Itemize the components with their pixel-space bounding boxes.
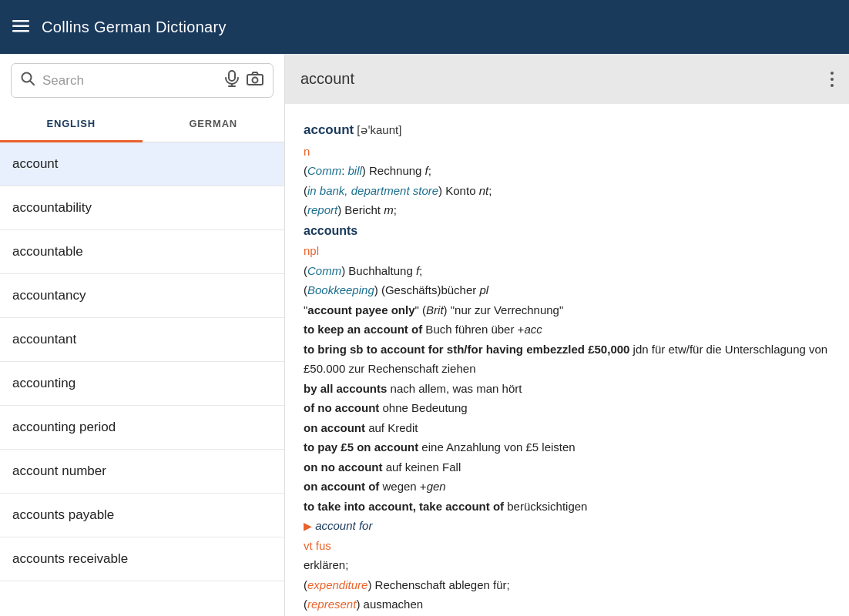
sidebar: ENGLISH GERMAN account accountability ac… xyxy=(0,54,285,616)
search-input[interactable] xyxy=(42,73,217,89)
app-header: Collins German Dictionary xyxy=(0,0,849,54)
phrase-pay-on-account: to pay £5 on account xyxy=(304,440,418,454)
list-item[interactable]: accounts receivable xyxy=(0,537,284,581)
svg-rect-5 xyxy=(229,71,235,81)
account-payee-phrase: account payee only xyxy=(307,303,414,316)
svg-rect-1 xyxy=(12,25,29,28)
list-item[interactable]: accountancy xyxy=(0,274,284,318)
represent-link[interactable]: represent xyxy=(307,598,356,611)
phrase-by-all-accounts: by all accounts xyxy=(304,382,387,395)
entry-headword: account xyxy=(304,122,354,137)
more-options-icon[interactable] xyxy=(831,72,834,87)
phrase-on-account-of: on account of xyxy=(304,480,379,493)
entry-pronunciation: [əˈkaunt] xyxy=(357,123,401,136)
comm-link[interactable]: Comm xyxy=(307,164,341,177)
tab-german[interactable]: GERMAN xyxy=(143,107,285,142)
phrase-keep-account: to keep an account of xyxy=(304,323,422,336)
tab-english[interactable]: ENGLISH xyxy=(0,107,143,142)
mic-icon[interactable] xyxy=(225,70,239,91)
search-container xyxy=(0,54,284,107)
phrase-bring-to-account: to bring sb to account for sth/for havin… xyxy=(304,343,629,356)
list-item[interactable]: account xyxy=(0,142,284,186)
dictionary-entry: account [əˈkaunt] n (Comm: bill) Rechnun… xyxy=(285,104,849,616)
list-item[interactable]: accountability xyxy=(0,186,284,230)
svg-line-4 xyxy=(30,81,34,85)
search-icon xyxy=(21,72,35,89)
comm2-link[interactable]: Comm xyxy=(307,264,341,277)
list-item[interactable]: accounts payable xyxy=(0,494,284,537)
list-item[interactable]: account number xyxy=(0,450,284,494)
search-bar xyxy=(11,63,273,98)
expenditure-link[interactable]: expenditure xyxy=(307,578,367,591)
content-area: account account [əˈkaunt] n (Comm: bill)… xyxy=(285,54,849,616)
part-of-speech-npl: npl xyxy=(304,244,319,257)
accounts-header: accounts xyxy=(304,224,357,237)
list-item[interactable]: accounting period xyxy=(0,406,284,450)
bookkeeping-link[interactable]: Bookkeeping xyxy=(307,283,374,296)
svg-point-9 xyxy=(253,78,258,83)
part-of-speech-vt: vt fus xyxy=(304,539,331,552)
word-list: account accountability accountable accou… xyxy=(0,142,284,616)
account-for-link[interactable]: account for xyxy=(315,519,372,532)
phrase-on-no-account: on no account xyxy=(304,460,383,474)
list-item[interactable]: accountable xyxy=(0,230,284,274)
svg-rect-0 xyxy=(12,20,29,22)
app-title: Collins German Dictionary xyxy=(42,18,227,36)
phrase-take-into-account: to take into account, take account of xyxy=(304,500,504,513)
language-tabs: ENGLISH GERMAN xyxy=(0,107,284,142)
list-item[interactable]: accounting xyxy=(0,362,284,406)
bank-link[interactable]: in bank, department store xyxy=(307,184,438,197)
list-item[interactable]: accountant xyxy=(0,318,284,362)
content-search-term: account xyxy=(300,70,354,88)
content-header: account xyxy=(285,54,849,104)
camera-icon[interactable] xyxy=(247,72,263,89)
main-layout: ENGLISH GERMAN account accountability ac… xyxy=(0,54,849,616)
phrase-no-account: of no account xyxy=(304,401,379,414)
triangle-icon: ▶ xyxy=(304,520,312,532)
report-link[interactable]: report xyxy=(307,203,337,216)
svg-rect-2 xyxy=(12,30,29,32)
hamburger-icon[interactable] xyxy=(12,19,29,35)
phrase-on-account: on account xyxy=(304,421,365,434)
bill-link[interactable]: bill xyxy=(348,164,362,177)
part-of-speech-n: n xyxy=(304,145,310,158)
